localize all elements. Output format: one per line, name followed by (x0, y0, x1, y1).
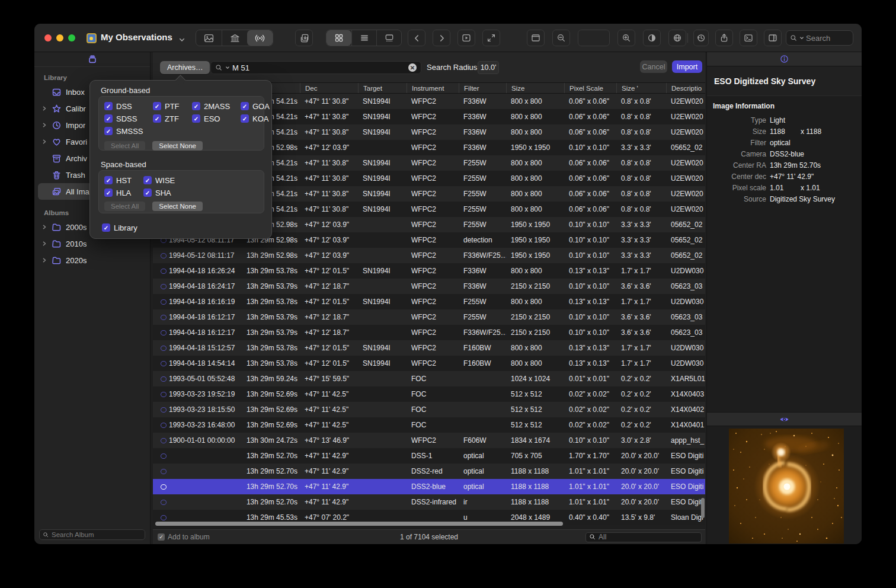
table-row[interactable]: 1993-05-01 05:52:48 13h 29m 59.24s +47° … (153, 371, 705, 386)
import-button[interactable]: Import (672, 60, 702, 73)
grid-view-icon[interactable] (327, 30, 351, 46)
cell-size-arcmin: 0.8' x 0.8' (616, 190, 666, 198)
disclosure-chevron-icon[interactable] (39, 257, 50, 263)
table-row[interactable]: 1993-03-23 16:48:00 13h 29m 52.69s +47° … (153, 417, 705, 433)
disclosure-chevron-icon[interactable] (39, 139, 50, 145)
archive-checkbox[interactable]: KOA (241, 114, 282, 123)
close-window-button[interactable] (44, 34, 52, 41)
history-button[interactable] (693, 30, 709, 46)
column-header[interactable]: Dec (300, 83, 358, 93)
ground-based-group: DSS PTF 2MASS GOA (98, 96, 264, 151)
chevron-down-icon[interactable] (178, 35, 185, 46)
target-search-field[interactable]: M 51 ✕ (210, 61, 421, 74)
table-row[interactable]: 1994-04-18 14:54:14 13h 29m 53.78s +47° … (153, 356, 705, 371)
table-row[interactable]: 1994-04-18 16:12:17 13h 29m 53.79s +47° … (153, 309, 705, 325)
table-row[interactable]: 1994-04-18 16:16:19 13h 29m 53.78s +47° … (153, 294, 705, 309)
table-row[interactable]: 13h 29m 52.70s +47° 11' 42.9" DSS2-infra… (153, 494, 705, 510)
archive-checkbox[interactable]: ESO (192, 114, 241, 123)
sidebar-album-2020s[interactable]: 2020s (38, 252, 146, 269)
table-row[interactable]: 1994-04-18 16:26:24 13h 29m 53.78s +47° … (153, 263, 705, 279)
horizontal-scrollbar[interactable] (155, 522, 563, 526)
canvas-button[interactable] (527, 30, 545, 46)
archive-checkbox[interactable]: 2MASS (192, 102, 241, 110)
minimize-window-button[interactable] (56, 34, 63, 41)
slideshow-button[interactable] (457, 30, 475, 46)
table-row[interactable]: 1993-03-23 19:52:19 13h 29m 52.69s +47° … (153, 386, 705, 402)
info-icon[interactable] (780, 55, 789, 63)
table-row[interactable]: 1994-04-18 16:12:17 13h 29m 53.79s +47° … (153, 325, 705, 340)
share-button[interactable] (715, 30, 733, 46)
table-row[interactable]: 1993-03-23 18:15:50 13h 29m 52.69s +47° … (153, 402, 705, 417)
archive-checkbox[interactable]: PTF (153, 102, 192, 110)
archive-checkbox[interactable]: ZTF (153, 114, 192, 123)
table-row[interactable]: 1994-04-18 15:12:57 13h 29m 53.78s +47° … (153, 340, 705, 356)
archive-checkbox[interactable]: HLA (104, 188, 143, 197)
inspector-title: ESO Digitized Sky Survey (707, 66, 862, 96)
column-header[interactable]: Filter (459, 83, 506, 93)
library-checkbox[interactable]: Library (102, 223, 137, 232)
sidebar-item-label: All Ima (66, 187, 89, 196)
archive-checkbox[interactable]: DSS (104, 102, 153, 110)
column-header[interactable]: Target (358, 83, 407, 93)
checkbox-checked-icon (192, 102, 200, 110)
archives-button[interactable]: Archives… (160, 61, 210, 74)
album-label: 2020s (66, 256, 87, 265)
archive-checkbox[interactable]: SDSS (104, 114, 153, 123)
contrast-button[interactable] (643, 30, 661, 46)
fit-to-window-button[interactable] (482, 30, 500, 46)
archive-checkbox[interactable]: SMSSS (104, 127, 153, 135)
eye-preview-icon[interactable] (779, 414, 789, 424)
disclosure-chevron-icon[interactable] (39, 122, 50, 128)
museum-view-icon[interactable] (222, 30, 247, 46)
column-header[interactable]: Pixel Scale (564, 83, 616, 93)
globe-button[interactable] (668, 30, 686, 46)
disclosure-chevron-icon[interactable] (39, 241, 50, 247)
archive-search-bar: Archives… M 51 ✕ Search Radius 10.0' Can… (153, 52, 705, 83)
cancel-button[interactable]: Cancel (640, 60, 667, 73)
library-picker[interactable] (34, 52, 150, 67)
back-button[interactable] (408, 30, 425, 46)
column-header[interactable]: Descriptio (666, 83, 705, 93)
list-view-icon[interactable] (351, 30, 376, 46)
archive-checkbox[interactable]: SHA (143, 188, 191, 197)
ground-select-all-button[interactable]: Select All (104, 141, 145, 151)
archive-checkbox[interactable]: WISE (143, 176, 191, 184)
archive-checkbox[interactable]: HST (104, 176, 143, 184)
photos-view-icon[interactable] (196, 30, 222, 46)
window-title[interactable]: My Observations (101, 32, 172, 42)
search-radius-field[interactable]: 10.0' (478, 61, 499, 74)
vertical-scrollbar[interactable] (701, 498, 705, 518)
terminal-button[interactable] (740, 30, 757, 46)
gallery-view-icon[interactable] (376, 30, 401, 46)
disclosure-chevron-icon[interactable] (39, 106, 50, 111)
ground-select-none-button[interactable]: Select None (152, 141, 203, 151)
space-select-none-button[interactable]: Select None (152, 202, 203, 211)
forward-button[interactable] (433, 30, 450, 46)
album-search-field[interactable]: Search Album (39, 529, 145, 540)
table-row[interactable]: 13h 29m 52.70s +47° 11' 42.9" DSS2-red o… (153, 464, 705, 479)
zoom-in-button[interactable] (617, 30, 635, 46)
import-library-button[interactable] (295, 30, 313, 46)
inspector-toggle-button[interactable] (764, 30, 782, 46)
column-header[interactable]: Size (506, 83, 564, 93)
column-header[interactable]: Size ' (616, 83, 666, 93)
column-header[interactable]: Instrument (407, 83, 459, 93)
toolbar-search-field[interactable]: Search (786, 30, 853, 46)
table-row[interactable]: 1994-04-18 16:24:17 13h 29m 53.79s +47° … (153, 279, 705, 294)
zoom-out-button[interactable] (552, 30, 570, 46)
table-row[interactable]: 1994-05-12 08:11:17 13h 29m 52.98s +47° … (153, 248, 705, 263)
cell-instrument: WFPC2 (407, 251, 459, 260)
clear-search-icon[interactable]: ✕ (408, 63, 417, 72)
cell-size: 2150 x 2150 (506, 313, 564, 321)
space-select-all-button[interactable]: Select All (104, 202, 145, 211)
archive-checkbox[interactable]: GOA (241, 102, 282, 110)
zoom-window-button[interactable] (68, 34, 75, 41)
disclosure-chevron-icon[interactable] (39, 224, 50, 230)
table-row[interactable]: 13h 29m 52.70s +47° 11' 42.9" DSS-1 opti… (153, 448, 705, 464)
zoom-level-field[interactable] (578, 30, 610, 46)
broadcast-view-icon[interactable] (247, 30, 273, 46)
table-row[interactable]: 1900-01-01 00:00:00 13h 30m 24.72s +47° … (153, 433, 705, 448)
table-row[interactable]: 13h 29m 52.70s +47° 11' 42.9" DSS2-blue … (153, 479, 705, 494)
galaxy-preview-image[interactable] (729, 429, 844, 544)
results-filter-field[interactable]: All (585, 532, 702, 542)
